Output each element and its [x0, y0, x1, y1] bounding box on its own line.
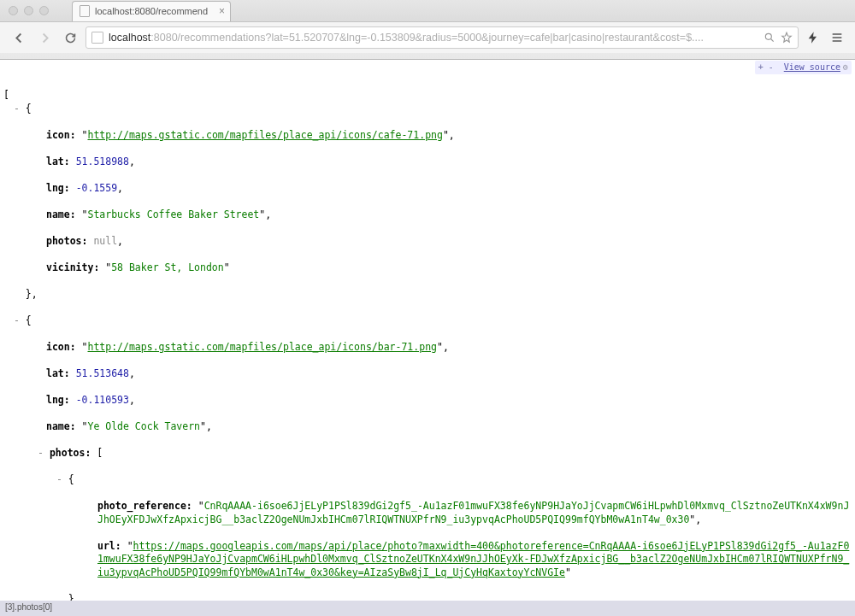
window-titlebar: localhost:8080/recommend × — [0, 0, 855, 22]
window-close-icon[interactable] — [9, 6, 18, 15]
back-button[interactable] — [9, 27, 29, 48]
viewer-controls[interactable]: + - View source⚙ — [755, 61, 852, 74]
window-zoom-icon[interactable] — [39, 6, 49, 15]
view-source-link[interactable]: View source — [784, 62, 840, 72]
json-root[interactable]: [ - { icon: "http://maps.gstatic.com/map… — [3, 89, 852, 601]
browser-toolbar: localhost:8080/recommendations?lat=51.52… — [0, 22, 855, 53]
json-viewer: + - View source⚙ [ - { icon: "http://map… — [0, 60, 855, 601]
photo-url-link[interactable]: https://maps.googleapis.com/maps/api/pla… — [97, 540, 849, 578]
menu-icon[interactable] — [828, 28, 846, 47]
tab-close-icon[interactable]: × — [219, 5, 225, 17]
search-icon[interactable] — [764, 32, 775, 44]
collapse-toggle-icon[interactable]: - — [14, 314, 20, 326]
icon-url-link[interactable]: http://maps.gstatic.com/mapfiles/place_a… — [87, 341, 437, 353]
bookmark-star-icon[interactable] — [781, 32, 793, 44]
collapse-toggle-icon[interactable]: - — [38, 447, 44, 459]
forward-button[interactable] — [34, 27, 55, 48]
tab-title: localhost:8080/recommend — [95, 6, 208, 16]
gear-icon[interactable]: ⚙ — [843, 62, 848, 72]
address-text: localhost:8080/recommendations?lat=51.52… — [109, 32, 704, 44]
extension-icon[interactable] — [804, 28, 823, 47]
page-icon — [80, 5, 90, 17]
site-icon — [91, 32, 103, 44]
reload-button[interactable] — [60, 27, 80, 48]
window-minimize-icon[interactable] — [24, 6, 33, 15]
collapse-toggle-icon[interactable]: - — [56, 473, 62, 485]
browser-tab[interactable]: localhost:8080/recommend × — [72, 1, 231, 21]
svg-point-0 — [765, 33, 771, 39]
address-bar[interactable]: localhost:8080/recommendations?lat=51.52… — [86, 26, 799, 49]
collapse-toggle-icon[interactable]: - — [14, 103, 20, 114]
browser-chrome: localhost:8080/recommend × localhost:808… — [0, 0, 855, 60]
icon-url-link[interactable]: http://maps.gstatic.com/mapfiles/place_a… — [87, 129, 442, 141]
status-bar: [3].photos[0] — [0, 601, 855, 616]
